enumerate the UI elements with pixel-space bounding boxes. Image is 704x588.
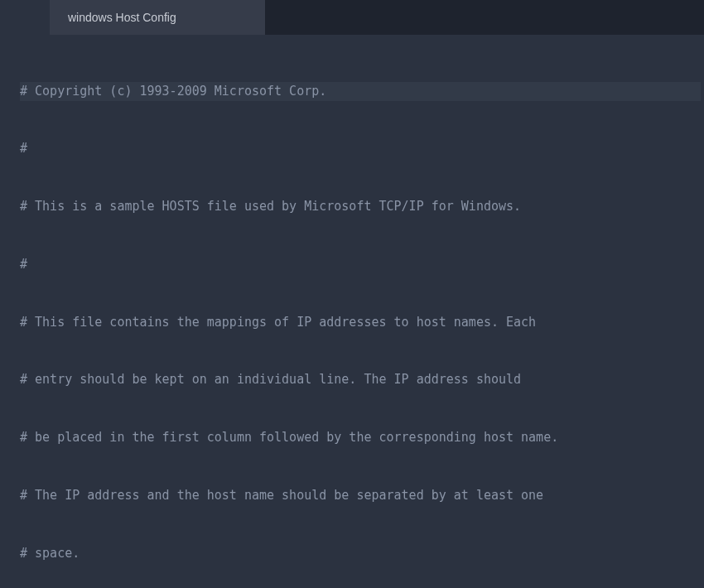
code-area[interactable]: # Copyright (c) 1993-2009 Microsoft Corp… [17,35,704,588]
tab-bar-rest [265,0,704,35]
tab-bar: windows Host Config [0,0,704,35]
code-line: # [20,255,701,274]
code-line: # This file contains the mappings of IP … [20,313,701,332]
code-line: # The IP address and the host name shoul… [20,486,701,505]
tab-active[interactable]: windows Host Config [50,0,265,35]
code-line: # This is a sample HOSTS file used by Mi… [20,197,701,216]
code-line: # Copyright (c) 1993-2009 Microsoft Corp… [20,82,701,101]
gutter [0,35,17,588]
code-line: # [20,139,701,158]
code-line: # be placed in the first column followed… [20,428,701,447]
editor[interactable]: # Copyright (c) 1993-2009 Microsoft Corp… [0,35,704,588]
tab-title: windows Host Config [68,11,176,24]
code-line: # entry should be kept on an individual … [20,370,701,389]
code-line: # space. [20,544,701,563]
